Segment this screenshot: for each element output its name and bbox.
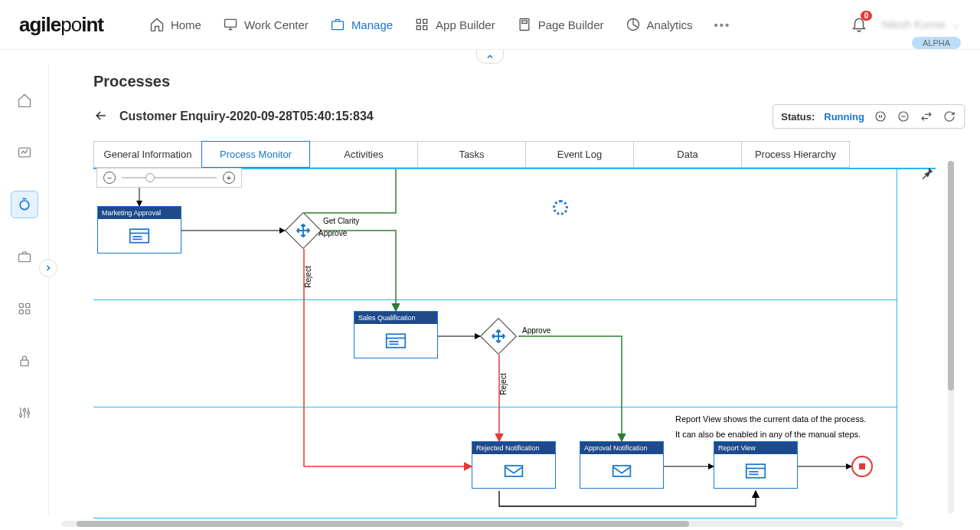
lock-icon (17, 353, 32, 368)
form-icon (385, 332, 407, 349)
svg-rect-14 (19, 310, 23, 314)
node-sales-qualification[interactable]: Sales Qualification (354, 311, 438, 358)
tab-activities[interactable]: Activities (309, 141, 418, 168)
svg-rect-2 (416, 19, 420, 23)
page-title: Processes (93, 73, 965, 90)
nav-analytics[interactable]: Analytics (626, 17, 693, 32)
svg-rect-5 (423, 26, 427, 30)
sidebar-analytics[interactable] (11, 139, 38, 166)
horizontal-scrollbar[interactable] (61, 521, 903, 527)
node-label: Approval Notification (580, 442, 663, 454)
page-icon (517, 17, 532, 32)
svg-point-19 (27, 411, 29, 414)
collapse-topbar[interactable] (476, 50, 504, 64)
nav-home-label: Home (171, 18, 201, 31)
svg-rect-11 (18, 254, 30, 262)
nav-page-builder-label: Page Builder (538, 18, 604, 31)
node-marketing-approval[interactable]: Marketing Approval (97, 206, 181, 254)
vertical-scrollbar[interactable] (948, 161, 954, 513)
gateway-1[interactable] (285, 212, 322, 249)
sidebar-home[interactable] (11, 87, 38, 114)
sidebar-expand[interactable] (39, 259, 57, 277)
status-label: Status: (781, 111, 815, 123)
chart-icon (17, 145, 32, 160)
pin-icon (919, 168, 936, 182)
nav-more[interactable]: ••• (714, 18, 731, 31)
stop-button[interactable] (897, 110, 910, 123)
process-canvas[interactable]: Marketing Approval Get Clarity Approve R… (93, 168, 936, 528)
loading-spinner (553, 200, 568, 215)
status-value: Running (824, 111, 864, 123)
zoom-control[interactable]: − + (96, 168, 242, 188)
nav-manage[interactable]: Manage (330, 17, 393, 32)
zoom-slider[interactable] (122, 177, 217, 178)
edge-get-clarity: Get Clarity (323, 217, 359, 225)
notifications-button[interactable]: 0 (851, 15, 867, 34)
alpha-badge: ALPHA (912, 37, 961, 49)
move-icon (295, 222, 312, 239)
info-line-1: Report View shows the current data of th… (675, 414, 866, 424)
zoom-in-button[interactable]: + (223, 172, 235, 184)
chevron-right-icon (44, 263, 53, 273)
swap-button[interactable] (920, 110, 933, 123)
svg-rect-4 (416, 26, 420, 30)
node-report-view[interactable]: Report View (714, 441, 798, 489)
clock-icon (17, 197, 32, 212)
nav-home[interactable]: Home (149, 17, 201, 32)
tab-tasks[interactable]: Tasks (417, 141, 526, 168)
svg-rect-7 (521, 21, 527, 23)
sidebar-work[interactable] (11, 243, 38, 270)
sidebar-processes[interactable] (11, 191, 38, 218)
tab-monitor[interactable]: Process Monitor (201, 141, 310, 168)
svg-rect-1 (332, 21, 343, 30)
sidebar-security[interactable] (11, 347, 38, 375)
nav-app-builder-label: App Builder (436, 18, 495, 31)
info-line-2: It can also be enabled in any of the man… (675, 430, 861, 439)
move-icon (490, 328, 507, 345)
logo[interactable]: agilepoint (19, 13, 103, 37)
edge-reject-2: Reject (499, 373, 508, 394)
mail-icon (503, 463, 524, 479)
zoom-out-button[interactable]: − (103, 172, 116, 184)
node-label: Marketing Approval (98, 207, 181, 219)
pin-button[interactable] (919, 168, 936, 184)
gateway-2[interactable] (480, 318, 517, 355)
nav-work-center[interactable]: Work Center (223, 17, 309, 32)
status-box: Status: Running (773, 104, 965, 129)
node-label: Rejected Notification (472, 442, 555, 454)
refresh-button[interactable] (942, 110, 956, 123)
sidebar-settings[interactable] (11, 399, 38, 427)
refresh-icon (943, 110, 956, 123)
pause-button[interactable] (874, 110, 887, 123)
svg-rect-12 (19, 303, 23, 307)
tab-data[interactable]: Data (633, 141, 742, 168)
nav-app-builder[interactable]: App Builder (414, 17, 495, 32)
svg-point-20 (876, 112, 885, 121)
tab-general[interactable]: General Information (93, 141, 202, 168)
nav-analytics-label: Analytics (647, 18, 693, 31)
node-rejected-notification[interactable]: Rejected Notification (472, 441, 556, 489)
svg-rect-37 (613, 466, 631, 476)
pause-icon (874, 110, 887, 123)
monitor-icon (223, 17, 238, 32)
nav-page-builder[interactable]: Page Builder (517, 17, 604, 32)
briefcase-icon (330, 17, 345, 32)
apps-icon (17, 301, 32, 316)
back-button[interactable] (93, 108, 109, 126)
home-icon (149, 17, 165, 32)
end-event[interactable] (851, 456, 873, 477)
sidebar-apps[interactable] (11, 295, 38, 322)
form-icon (745, 463, 766, 479)
svg-rect-15 (25, 310, 29, 314)
tab-event-log[interactable]: Event Log (525, 141, 634, 168)
node-approval-notification[interactable]: Approval Notification (580, 441, 664, 489)
tab-hierarchy[interactable]: Process Hierarchy (741, 141, 850, 168)
svg-rect-36 (505, 466, 523, 476)
briefcase-icon (17, 249, 32, 264)
svg-rect-16 (21, 360, 28, 366)
nav-manage-label: Manage (351, 18, 393, 31)
chevron-up-icon (485, 52, 495, 61)
edge-approve-2: Approve (522, 326, 550, 335)
user-menu[interactable]: Nilesh Kumar ⌄ (881, 18, 961, 31)
minus-circle-icon (897, 110, 910, 123)
